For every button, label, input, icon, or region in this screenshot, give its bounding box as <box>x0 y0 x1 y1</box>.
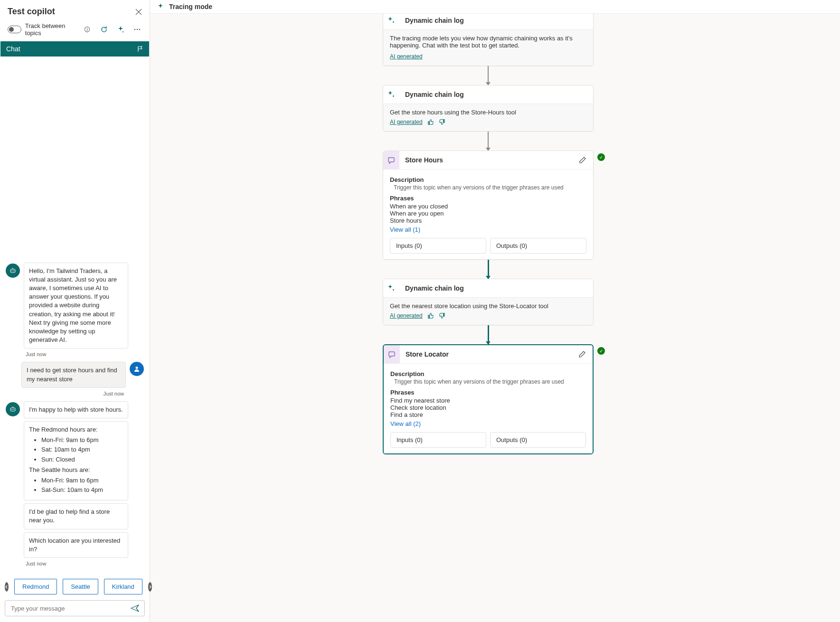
thumbs-down-icon[interactable] <box>439 119 445 125</box>
phrases-label: Phrases <box>390 195 586 202</box>
svg-point-9 <box>13 409 14 410</box>
view-all-link[interactable]: View all (1) <box>390 226 586 233</box>
ai-generated-link[interactable]: AI generated <box>390 312 423 319</box>
outputs-box[interactable]: Outputs (0) <box>490 432 586 448</box>
list-item: Mon-Fri: 9am to 6pm <box>41 476 123 485</box>
hours-head: The Seattle hours are: <box>29 466 123 474</box>
outputs-box[interactable]: Outputs (0) <box>490 238 586 254</box>
refresh-icon[interactable] <box>100 25 108 34</box>
list-item: Sat-Sun: 10am to 4pm <box>41 486 123 494</box>
timestamp: Just now <box>26 351 144 357</box>
suggestion-button[interactable]: Kirkland <box>104 579 142 594</box>
sparkle-icon <box>383 279 399 297</box>
flow-arrow-icon <box>488 325 489 344</box>
list-item: Mon-Fri: 9am to 6pm <box>41 436 123 444</box>
card-text: The tracing mode lets you view how dynam… <box>390 35 586 49</box>
user-avatar-icon <box>130 362 144 376</box>
info-icon[interactable]: i <box>85 27 90 32</box>
phrase-item: Check store location <box>390 404 586 411</box>
description-text: Trigger this topic when any versions of … <box>394 378 586 385</box>
chat-tab[interactable]: Chat <box>0 41 149 57</box>
flow-arrow-icon <box>488 66 489 85</box>
message-input[interactable] <box>10 604 130 613</box>
suggestion-button[interactable]: Seattle <box>63 579 98 594</box>
phrases-label: Phrases <box>390 389 586 396</box>
hours-list: Mon-Fri: 9am to 6pm Sat-Sun: 10am to 4pm <box>29 476 123 494</box>
description-text: Trigger this topic when any versions of … <box>394 184 586 191</box>
phrase-item: When are you open <box>390 210 586 217</box>
close-icon[interactable] <box>135 9 142 15</box>
store-locator-card[interactable]: Store Locator Description Trigger this t… <box>383 344 594 454</box>
tracing-area: Tracing mode Dynamic chain log The traci… <box>150 0 840 622</box>
card-title: Dynamic chain log <box>405 86 586 103</box>
chat-body: Hello, I'm Tailwind Traders, a virtual a… <box>0 57 150 575</box>
card-body: Description Trigger this topic when any … <box>383 169 593 259</box>
topic-icon <box>383 151 399 169</box>
svg-point-2 <box>139 29 141 30</box>
bot-message-row: Hello, I'm Tailwind Traders, a virtual a… <box>6 263 144 349</box>
tracing-header: Tracing mode <box>150 0 840 14</box>
message-input-bar[interactable] <box>5 600 145 616</box>
card-wrap: ✓ Store Locator Description Trigger this <box>383 344 594 454</box>
svg-point-8 <box>11 409 12 410</box>
ai-generated-link[interactable]: AI generated <box>390 119 423 125</box>
sparkle-icon <box>383 14 399 29</box>
inputs-box[interactable]: Inputs (0) <box>390 238 486 254</box>
svg-point-6 <box>136 367 138 369</box>
phrase-item: Find a store <box>390 411 586 418</box>
track-toggle[interactable] <box>8 26 21 33</box>
send-icon[interactable] <box>130 603 140 613</box>
hours-list: Mon-Fri: 9am to 6pm Sat: 10am to 4pm Sun… <box>29 436 123 464</box>
bot-bubble-stack: I'm happy to help with store hours. The … <box>24 401 128 558</box>
timestamp: Just now <box>26 561 144 566</box>
user-bubble: I need to get store hours and find my ne… <box>21 362 126 387</box>
flag-icon[interactable] <box>137 46 143 52</box>
svg-point-4 <box>11 270 12 271</box>
chat-tab-label: Chat <box>6 45 20 53</box>
phrase-list: When are you closed When are you open St… <box>390 203 586 224</box>
sparkle-icon <box>157 3 164 10</box>
list-item: Sat: 10am to 4pm <box>41 445 123 454</box>
svg-rect-3 <box>10 269 15 273</box>
bot-bubble: Which location are you interested in? <box>24 532 128 558</box>
phrase-item: When are you closed <box>390 203 586 210</box>
ai-generated-link[interactable]: AI generated <box>390 53 423 60</box>
bot-bubble: I'm happy to help with store hours. <box>24 401 128 418</box>
card-title: Store Locator <box>406 346 573 363</box>
bot-message-row: I'm happy to help with store hours. The … <box>6 401 144 558</box>
topic-icon <box>384 345 400 363</box>
card-wrap: ✓ Store Hours Description Trigger this t <box>383 151 594 260</box>
card-text: Get the nearest store location using the… <box>390 302 586 310</box>
timestamp: Just now <box>6 391 124 396</box>
phrase-item: Store hours <box>390 217 586 224</box>
inputs-box[interactable]: Inputs (0) <box>390 432 486 448</box>
edit-icon[interactable] <box>578 350 586 358</box>
user-message-row: I need to get store hours and find my ne… <box>6 362 144 387</box>
sparkle-icon[interactable] <box>117 25 125 34</box>
scroll-left-icon[interactable] <box>5 582 9 592</box>
card-text: Get the store hours using the Store-Hour… <box>390 109 586 116</box>
store-hours-card[interactable]: Store Hours Description Trigger this top… <box>383 151 594 260</box>
thumbs-up-icon[interactable] <box>427 312 434 319</box>
bot-bubble: Hello, I'm Tailwind Traders, a virtual a… <box>24 263 128 349</box>
tracing-title: Tracing mode <box>169 3 212 10</box>
track-label: Track between topics <box>25 22 81 37</box>
card-body: Get the nearest store location using the… <box>383 297 593 325</box>
dynamic-chain-log-card: Dynamic chain log Get the nearest store … <box>383 279 594 325</box>
tracing-canvas[interactable]: Dynamic chain log The tracing mode lets … <box>150 14 840 622</box>
bot-bubble-hours: The Redmond hours are: Mon-Fri: 9am to 6… <box>24 421 128 500</box>
card-title: Store Hours <box>405 151 573 169</box>
panel-header: Test copilot <box>0 0 150 19</box>
suggestion-row: Redmond Seattle Kirkland <box>0 575 150 600</box>
more-icon[interactable] <box>133 25 142 34</box>
card-title: Dynamic chain log <box>405 14 586 29</box>
suggestion-button[interactable]: Redmond <box>14 579 57 594</box>
thumbs-down-icon[interactable] <box>439 312 445 319</box>
panel-toolbar: Track between topics i <box>0 19 150 41</box>
edit-icon[interactable] <box>579 156 586 164</box>
view-all-link[interactable]: View all (2) <box>390 420 586 427</box>
thumbs-up-icon[interactable] <box>427 119 434 125</box>
check-icon: ✓ <box>597 347 605 355</box>
svg-point-1 <box>137 29 138 30</box>
bot-avatar-icon <box>6 402 20 416</box>
